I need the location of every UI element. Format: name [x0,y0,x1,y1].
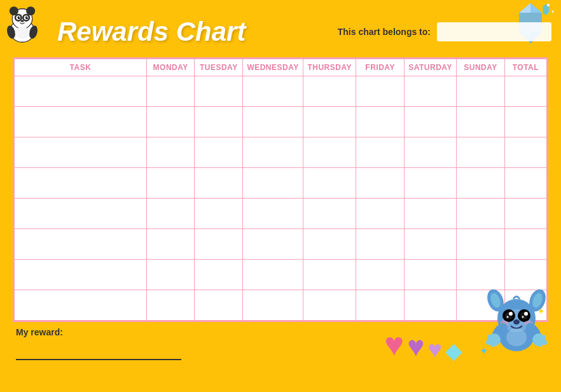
table-cell [504,199,546,229]
table-cell [303,199,356,229]
header: Rewards Chart This chart belongs to: [10,6,551,57]
table-cell [303,290,356,321]
stitch-icon: ✦ [481,288,551,367]
table-cell [146,199,195,229]
table-cell [303,168,356,199]
belongs-to-area: This chart belongs to: [338,22,551,41]
table-cell [504,229,546,260]
table-cell [356,107,405,137]
table-cell [504,168,546,199]
col-sunday: Sunday [457,59,505,76]
table-cell [243,76,303,107]
table-cell [504,137,546,168]
table-cell [146,137,195,168]
sparkle-icon: ✦ [480,345,488,357]
table-cell [457,199,505,229]
table-cell [356,229,405,260]
table-cell [243,199,303,229]
table-cell [356,260,405,290]
table-row [15,260,547,290]
main-container: Rewards Chart This chart belongs to: [0,0,561,392]
table-cell [146,290,195,321]
table-cell [243,260,303,290]
table-cell [457,260,505,290]
table-cell [15,107,147,137]
reward-input[interactable] [16,340,181,360]
heart-pink-icon: ♥ [384,325,404,363]
svg-point-47 [486,340,491,345]
table-cell [303,260,356,290]
title-area: Rewards Chart [57,17,325,47]
table-cell [15,199,147,229]
table-cell [15,168,147,199]
table-cell [303,107,356,137]
col-tuesday: Tuesday [195,59,243,76]
table-cell [243,290,303,321]
table-cell [457,107,505,137]
table-cell [404,199,456,229]
svg-text:✦: ✦ [537,306,545,316]
table-cell [146,168,195,199]
table-cell [195,199,243,229]
table-cell [404,260,456,290]
table-row [15,76,547,107]
col-friday: Friday [356,59,405,76]
table-cell [195,137,243,168]
table-cell [356,290,405,321]
svg-point-51 [537,342,543,347]
table-cell [303,137,356,168]
table-cell [15,290,147,321]
table-cell [15,137,147,168]
table-cell [504,76,546,107]
table-cell [356,76,405,107]
table-cell [303,76,356,107]
table-row [15,290,547,321]
col-total: Total [504,59,546,76]
table-cell [243,107,303,137]
table-cell [404,168,456,199]
table-cell [356,199,405,229]
footer: My reward: ♥ ♥ ♥ ◆ [10,327,551,360]
col-monday: Monday [146,59,195,76]
table-cell [243,137,303,168]
table-cell [195,107,243,137]
table-cell [146,107,195,137]
svg-point-36 [524,312,528,316]
svg-point-50 [542,340,547,345]
col-saturday: Saturday [404,59,456,76]
table-cell [195,76,243,107]
table-cell [15,260,147,290]
table-row [15,137,547,168]
table-cell [457,168,505,199]
svg-point-39 [513,319,520,325]
table-header-row: TASK Monday Tuesday Wednesday Thursday F… [15,59,547,76]
svg-point-49 [541,335,546,340]
belongs-input[interactable] [437,22,551,41]
page-title: Rewards Chart [57,17,246,46]
table-cell [404,290,456,321]
table-cell [404,137,456,168]
svg-point-37 [507,316,509,318]
table-cell [404,229,456,260]
table-cell [504,260,546,290]
table-cell [146,229,195,260]
svg-point-52 [506,328,527,346]
table-cell [457,137,505,168]
svg-point-48 [490,342,495,347]
col-task: TASK [15,59,147,76]
svg-point-35 [509,312,513,316]
table-cell [457,229,505,260]
col-wednesday: Wednesday [243,59,303,76]
table-cell [15,76,147,107]
table-cell [195,290,243,321]
table-cell [404,107,456,137]
rewards-table: TASK Monday Tuesday Wednesday Thursday F… [14,59,547,321]
table-cell [195,260,243,290]
table-cell [504,107,546,137]
table-cell [356,168,405,199]
table-row [15,168,547,199]
table-cell [195,229,243,260]
reward-label: My reward: [16,327,545,337]
table-cell [303,229,356,260]
decorations: ♥ ♥ ♥ ◆ [384,325,462,363]
